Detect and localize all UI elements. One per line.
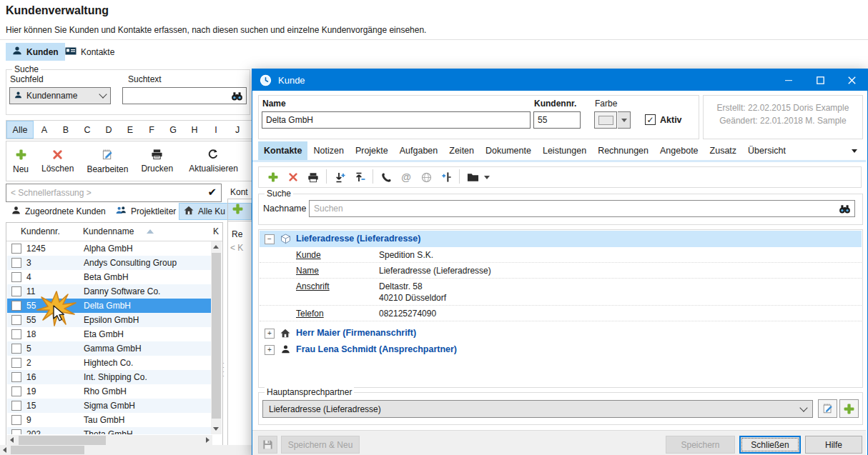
suchfeld-combo[interactable]: Kundenname — [9, 87, 111, 104]
contact-row[interactable]: + Frau Lena Schmidt (Ansprechpartner) — [260, 341, 862, 358]
table-row[interactable]: 3Andys Consulting Group — [7, 256, 212, 270]
row-checkbox[interactable] — [11, 329, 21, 339]
row-checkbox[interactable] — [11, 344, 21, 354]
alpha-g[interactable]: G — [162, 121, 184, 139]
delete-contact-icon[interactable] — [285, 169, 302, 185]
help-button[interactable]: Hilfe — [805, 436, 862, 454]
telefon-link[interactable]: Telefon — [296, 309, 324, 319]
scroll-thumb[interactable] — [11, 446, 84, 454]
table-row[interactable]: 1245Alpha GmbH — [7, 241, 212, 256]
tab-projekte[interactable]: Projekte — [350, 141, 394, 160]
row-checkbox[interactable] — [11, 286, 21, 296]
tab-rechnungen[interactable]: Rechnungen — [592, 141, 654, 160]
schnellerfassung-input[interactable] — [6, 184, 221, 201]
confirm-check-icon[interactable]: ✔ — [207, 186, 217, 199]
alpha-b[interactable]: B — [55, 121, 77, 139]
table-row[interactable]: 11Danny Software Co. — [7, 284, 212, 299]
table-row-selected[interactable]: 55Delta GmbH — [7, 299, 212, 313]
alpha-i[interactable]: I — [205, 121, 227, 139]
import-icon[interactable] — [331, 169, 348, 185]
contact-title[interactable]: Frau Lena Schmidt (Ansprechpartner) — [296, 344, 457, 354]
kundennr-input[interactable] — [533, 111, 581, 129]
table-row[interactable]: 202Theta GmbH — [7, 427, 212, 434]
phone-icon[interactable] — [378, 169, 395, 185]
export-icon[interactable] — [351, 169, 368, 185]
tab-leistungen[interactable]: Leistungen — [537, 141, 592, 160]
contact-row[interactable]: + Herr Maier (Firmenanschrift) — [260, 325, 862, 341]
print-icon[interactable] — [305, 169, 322, 185]
tab-overflow-icon[interactable] — [852, 149, 857, 153]
binoculars-icon[interactable] — [839, 203, 851, 216]
row-checkbox[interactable] — [11, 301, 21, 311]
aktiv-checkbox[interactable]: ✓ — [645, 114, 656, 125]
col-kundenname[interactable]: Kundenname — [83, 226, 134, 236]
row-checkbox[interactable] — [11, 272, 21, 282]
alpha-h[interactable]: H — [184, 121, 205, 139]
close-dialog-button[interactable]: Schließen — [739, 436, 801, 454]
alpha-d[interactable]: D — [98, 121, 119, 139]
row-checkbox[interactable] — [11, 386, 21, 396]
scroll-thumb[interactable] — [19, 436, 106, 445]
scroll-right-icon[interactable] — [206, 437, 209, 443]
tab-zugeordnete-kunden[interactable]: Zugeordnete Kunden — [7, 203, 110, 220]
table-row[interactable]: 9Tau GmbH — [7, 413, 212, 427]
anschrift-link[interactable]: Anschrift — [296, 281, 330, 291]
vertical-scrollbar[interactable] — [211, 241, 222, 434]
row-checkbox[interactable] — [11, 244, 21, 254]
row-checkbox[interactable] — [11, 315, 21, 325]
tab-kontakte[interactable]: Kontakte — [258, 141, 307, 160]
tab-uebersicht[interactable]: Übersicht — [742, 141, 791, 160]
add-contact-button[interactable] — [839, 399, 859, 418]
row-checkbox[interactable] — [11, 258, 21, 268]
tab-projektleiter[interactable]: Projektleiter — [112, 203, 180, 220]
tab-angebote[interactable]: Angebote — [654, 141, 704, 160]
alpha-c[interactable]: C — [77, 121, 98, 139]
row-checkbox[interactable] — [11, 401, 21, 411]
window-horizontal-scrollbar[interactable] — [0, 445, 252, 455]
edit-contact-button[interactable] — [818, 399, 837, 418]
collapse-icon[interactable]: − — [265, 234, 275, 244]
aktualisieren-button[interactable]: Aktualisieren — [182, 146, 245, 176]
save-and-new-button[interactable]: Speichern & Neu — [281, 436, 360, 454]
alpha-alle[interactable]: Alle — [6, 121, 34, 139]
suchtext-input[interactable] — [123, 88, 246, 104]
row-checkbox[interactable] — [11, 358, 21, 368]
alpha-a[interactable]: A — [34, 121, 55, 139]
scroll-down-icon[interactable] — [213, 427, 219, 431]
table-row[interactable]: 15Sigma GmbH — [7, 399, 212, 413]
table-row[interactable]: 18Eta GmbH — [7, 327, 212, 341]
dialog-titlebar[interactable]: Kunde — [252, 69, 867, 91]
alpha-f[interactable]: F — [141, 121, 162, 139]
tab-aufgaben[interactable]: Aufgaben — [394, 141, 444, 160]
merge-icon[interactable] — [438, 169, 455, 185]
color-swatch-button[interactable] — [594, 111, 617, 129]
scroll-up-icon[interactable] — [213, 245, 219, 249]
tab-kontakte[interactable]: Kontakte — [59, 43, 121, 61]
name-link[interactable]: Name — [296, 266, 319, 276]
binoculars-icon[interactable] — [231, 90, 243, 104]
email-at-icon[interactable]: @ — [398, 169, 415, 185]
neu-button[interactable]: Neu — [6, 146, 35, 177]
table-header[interactable]: Kundennr. Kundenname K — [6, 223, 222, 241]
drucken-button[interactable]: Drucken — [134, 146, 179, 176]
row-checkbox[interactable] — [11, 372, 21, 382]
maximize-button[interactable] — [804, 69, 836, 91]
table-row[interactable]: 16Int. Shipping Co. — [7, 370, 212, 384]
col-kundennr[interactable]: Kundennr. — [21, 226, 60, 236]
bearbeiten-button[interactable]: Bearbeiten — [80, 146, 134, 177]
tab-kunden[interactable]: Kunden — [6, 43, 65, 61]
nachname-input[interactable] — [310, 201, 854, 216]
scroll-left-icon[interactable] — [3, 447, 6, 453]
folder-icon[interactable] — [464, 169, 481, 185]
tab-zusatz[interactable]: Zusatz — [704, 141, 743, 160]
scroll-left-icon[interactable] — [10, 437, 14, 443]
scroll-thumb[interactable] — [212, 253, 221, 419]
tab-dokumente[interactable]: Dokumente — [480, 141, 537, 160]
name-input[interactable] — [262, 111, 531, 129]
table-row[interactable]: 55Epsilon GmbH — [7, 313, 212, 327]
kunde-link[interactable]: Kunde — [296, 250, 321, 260]
plus-icon[interactable] — [232, 203, 244, 217]
close-button[interactable] — [836, 69, 867, 91]
horizontal-scrollbar[interactable] — [7, 435, 212, 446]
save-button[interactable]: Speichern — [666, 436, 735, 454]
